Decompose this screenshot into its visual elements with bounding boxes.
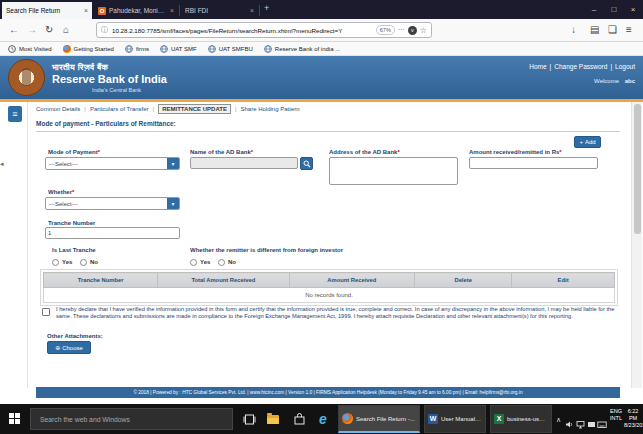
tab-share-holding-pattern[interactable]: Share Holding Pattern <box>241 106 300 112</box>
chevron-down-icon[interactable]: ▾ <box>167 198 179 209</box>
forward-icon[interactable]: → <box>27 25 37 35</box>
reload-icon[interactable]: ↻ <box>45 25 53 35</box>
new-tab-button[interactable]: + <box>264 3 269 13</box>
home-icon[interactable]: ⌂ <box>63 25 69 35</box>
browser-tab-outlook[interactable]: O Pahudekar, Monika - Outlook × <box>94 2 178 19</box>
internet-explorer-button[interactable]: e <box>315 411 331 427</box>
keyboard-icon[interactable] <box>597 415 607 433</box>
file-explorer-button[interactable] <box>265 411 281 427</box>
is-last-tranche-yes-radio[interactable] <box>52 259 59 266</box>
taskbar-app-excel[interactable]: X business-user (Rea... <box>490 405 552 433</box>
col-tranche-number: Tranche Number <box>44 273 158 288</box>
bookmark-star-icon[interactable]: ☆ <box>420 26 427 35</box>
whether-select[interactable]: ---Select--- ▾ <box>45 197 180 210</box>
tab-close-icon[interactable]: × <box>170 7 174 14</box>
bookmark-firms[interactable]: firms <box>125 45 149 53</box>
globe-icon <box>264 45 272 53</box>
tab-separator <box>179 5 180 16</box>
bookmark-most-visited[interactable]: Most Visited <box>8 45 52 53</box>
app-label: User Manual - FOR... <box>441 416 482 422</box>
add-button[interactable]: + Add <box>574 136 601 148</box>
col-delete: Delete <box>415 273 512 288</box>
rbi-header: भारतीय रिज़र्व बैंक Reserve Bank of Indi… <box>0 56 643 102</box>
url-text[interactable]: 10.28.2.180:7785/smf/faces/pages/FileRet… <box>112 27 373 34</box>
network-icon[interactable] <box>576 415 585 433</box>
table-header-row: Tranche Number Total Amount Received Amo… <box>44 273 615 288</box>
pocket-icon[interactable]: ∨ <box>408 26 417 35</box>
left-rail-divider <box>27 102 28 388</box>
section-divider <box>36 131 620 132</box>
bookmark-rbi[interactable]: Reserve Bank of india ... <box>264 45 340 53</box>
site-info-icon[interactable]: ⓘ <box>101 25 108 35</box>
volume-icon[interactable] <box>565 415 574 433</box>
taskbar-app-word[interactable]: W User Manual - FOR... <box>424 405 486 433</box>
url-bar[interactable]: ⓘ 10.28.2.180:7785/smf/faces/pages/FileR… <box>96 22 432 38</box>
add-button-label: Add <box>585 139 596 145</box>
start-button[interactable] <box>9 413 21 425</box>
windows-store-button[interactable] <box>291 411 307 427</box>
bookmark-uat-smf[interactable]: UAT SMF <box>160 45 197 53</box>
menu-icon[interactable]: ≡ <box>626 25 632 35</box>
plus-icon: + <box>579 139 583 145</box>
tranche-table: Tranche Number Total Amount Received Amo… <box>43 272 615 303</box>
ad-bank-address-textarea[interactable] <box>329 157 458 185</box>
bookmark-label: firms <box>136 46 149 52</box>
page-scrollbar[interactable] <box>631 102 642 388</box>
nav-logout-link[interactable]: Logout <box>615 63 635 70</box>
window-minimize-button[interactable]: – <box>585 0 603 19</box>
folder-icon <box>267 415 279 424</box>
is-last-tranche-no-radio[interactable] <box>80 259 87 266</box>
declaration-checkbox[interactable] <box>42 308 50 316</box>
mode-of-payment-select[interactable]: ---Select--- ▾ <box>45 157 180 170</box>
amount-input[interactable] <box>469 157 598 169</box>
bookmark-uat-smfbu[interactable]: UAT SMFBU <box>208 45 253 53</box>
ad-bank-search-button[interactable] <box>300 157 313 170</box>
back-icon[interactable]: ← <box>9 25 19 35</box>
zoom-level-indicator[interactable]: 67% <box>376 25 395 35</box>
tranche-number-input[interactable] <box>45 227 180 239</box>
bookmarks-bar: Most Visited Getting Started firms UAT S… <box>0 42 643 56</box>
taskbar-search-input[interactable] <box>30 408 233 430</box>
choose-file-button[interactable]: ⊕ Choose <box>47 341 91 354</box>
tab-common-details[interactable]: Common Details <box>36 106 80 112</box>
chevron-down-icon[interactable]: ▾ <box>167 158 179 169</box>
radio-label-yes[interactable]: Yes <box>200 259 210 265</box>
tray-chevron-icon[interactable]: ∧ <box>556 416 561 423</box>
ad-bank-name-input[interactable] <box>190 157 298 169</box>
tab-close-icon[interactable]: × <box>250 7 254 14</box>
page-content: ≡ ◂ Common Details | Particulars of Tran… <box>0 102 643 388</box>
window-close-button[interactable]: × <box>624 0 642 19</box>
download-icon[interactable]: ↓ <box>571 25 576 35</box>
whether-label: Whether* <box>48 189 74 195</box>
tranche-number-label: Tranche Number <box>48 220 95 226</box>
scrollbar-thumb[interactable] <box>634 104 641 234</box>
taskbar-app-firefox[interactable]: Search File Return -... <box>338 405 420 433</box>
mode-of-payment-label: Mode of Payment* <box>48 149 100 155</box>
select-value: ---Select--- <box>46 158 167 169</box>
tab-remittance-update[interactable]: REMITTANCE UPDATE <box>158 104 231 114</box>
bookmark-getting-started[interactable]: Getting Started <box>63 45 114 53</box>
remitter-different-no-radio[interactable] <box>218 259 225 266</box>
menu-hamburger-button[interactable]: ≡ <box>8 106 22 122</box>
nav-home-link[interactable]: Home <box>529 63 546 70</box>
remitter-different-yes-radio[interactable] <box>190 259 197 266</box>
radio-label-no[interactable]: No <box>228 259 236 265</box>
sidebar-collapse-arrow[interactable]: ◂ <box>0 160 4 168</box>
page-actions-icon[interactable]: ⋯ <box>398 26 405 34</box>
library-icon[interactable]: ▤ <box>590 25 599 35</box>
tab-close-icon[interactable]: × <box>84 7 88 14</box>
display-icon[interactable] <box>587 415 596 433</box>
tab-separator <box>259 5 260 16</box>
section-title: Mode of payment - Particulars of Remitta… <box>36 120 176 127</box>
task-view-button[interactable] <box>241 411 257 427</box>
browser-tab-rbi-fdi[interactable]: RBI FDI × <box>181 2 258 19</box>
radio-label-yes[interactable]: Yes <box>62 259 72 265</box>
window-maximize-button[interactable]: □ <box>605 0 623 19</box>
clock[interactable]: 6:22 PM 8/23/2018 <box>612 408 642 429</box>
tab-particulars-of-transfer[interactable]: Particulars of Transfer <box>90 106 149 112</box>
sidebar-toggle-icon[interactable]: ❏ <box>608 25 617 35</box>
browser-tab-search-file-return[interactable]: Search File Return × <box>2 2 92 19</box>
nav-change-password-link[interactable]: Change Password <box>554 63 607 70</box>
word-icon: W <box>428 414 438 424</box>
radio-label-no[interactable]: No <box>90 259 98 265</box>
